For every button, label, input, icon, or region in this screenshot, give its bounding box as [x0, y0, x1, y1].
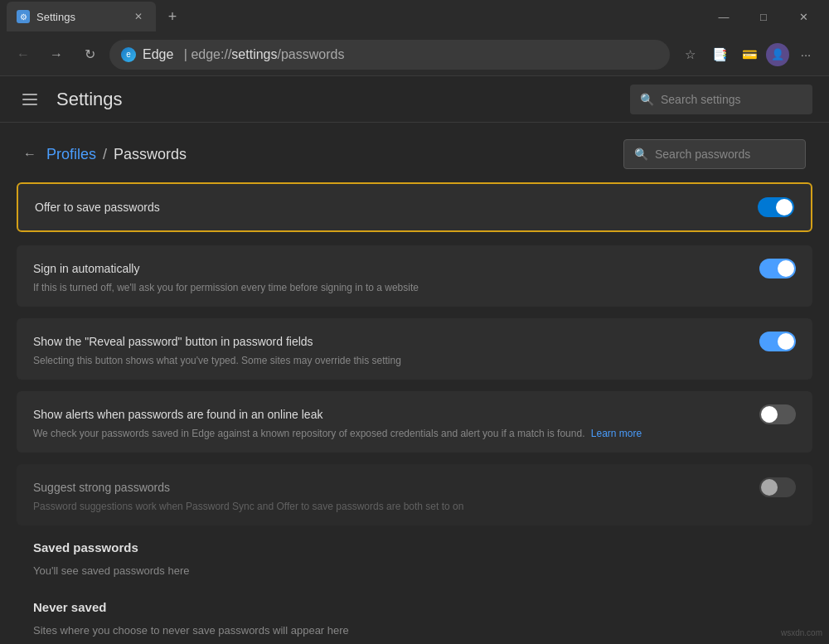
- favorites-icon[interactable]: ☆: [676, 41, 703, 68]
- never-saved-empty: Sites where you choose to never save pas…: [17, 621, 812, 644]
- setting-reveal-btn: Show the "Reveal password" button in pas…: [17, 318, 812, 380]
- breadcrumb-separator: /: [103, 146, 107, 163]
- setting-strong-passwords: Suggest strong passwords Password sugges…: [17, 464, 812, 525]
- setting-reveal-btn-desc: Selecting this button shows what you've …: [33, 355, 796, 366]
- settings-header: Settings 🔍: [0, 76, 829, 123]
- main-content: ← Profiles / Passwords 🔍 Offer to save p…: [0, 123, 829, 644]
- hamburger-menu-button[interactable]: [17, 86, 43, 113]
- setting-sign-in-auto-row: Sign in automatically: [33, 259, 796, 278]
- saved-passwords-title: Saved passwords: [17, 527, 812, 561]
- setting-online-leak-desc-text: We check your passwords saved in Edge ag…: [33, 428, 584, 439]
- minimize-button[interactable]: —: [705, 3, 743, 30]
- brand-label: Edge: [143, 47, 173, 62]
- address-bar[interactable]: e Edge | edge://settings/passwords: [109, 40, 670, 70]
- active-tab[interactable]: ⚙ Settings ✕: [7, 2, 156, 31]
- settings-container: ← Profiles / Passwords 🔍 Offer to save p…: [0, 123, 829, 644]
- never-saved-title: Never saved: [17, 587, 812, 621]
- online-leak-toggle[interactable]: [759, 404, 796, 424]
- setting-strong-passwords-label: Suggest strong passwords: [33, 481, 170, 494]
- learn-more-link[interactable]: Learn more: [591, 428, 642, 439]
- page-title: Settings: [56, 89, 630, 110]
- setting-sign-in-auto-label: Sign in automatically: [33, 262, 139, 275]
- setting-online-leak-label: Show alerts when passwords are found in …: [33, 408, 322, 421]
- forward-button[interactable]: →: [43, 41, 70, 68]
- window-controls: — □ ✕: [705, 3, 822, 30]
- page-header: ← Profiles / Passwords 🔍: [0, 123, 829, 182]
- address-url: | edge://settings/passwords: [180, 47, 344, 62]
- setting-sign-in-auto: Sign in automatically If this is turned …: [17, 245, 812, 307]
- password-search-box[interactable]: 🔍: [623, 139, 806, 169]
- breadcrumb-current: Passwords: [114, 146, 187, 163]
- setting-online-leak: Show alerts when passwords are found in …: [17, 391, 812, 453]
- tab-label: Settings: [36, 11, 124, 23]
- wallet-icon[interactable]: 💳: [736, 41, 763, 68]
- nav-actions: ☆ 📑 💳 👤 ···: [676, 41, 819, 68]
- tab-close-button[interactable]: ✕: [131, 9, 146, 24]
- setting-offer-save-label: Offer to save passwords: [35, 201, 160, 214]
- setting-reveal-btn-row: Show the "Reveal password" button in pas…: [33, 332, 796, 351]
- settings-search-input[interactable]: [661, 93, 793, 106]
- reveal-btn-toggle[interactable]: [759, 332, 796, 351]
- hamburger-line: [22, 94, 37, 95]
- back-button[interactable]: ←: [10, 41, 36, 68]
- edge-logo-icon: e: [121, 47, 136, 62]
- breadcrumb: ← Profiles / Passwords: [23, 146, 187, 163]
- saved-passwords-empty: You'll see saved passwords here: [17, 561, 812, 587]
- watermark: wsxdn.com: [781, 628, 822, 637]
- navbar: ← → ↻ e Edge | edge://settings/passwords…: [0, 33, 829, 76]
- back-arrow-button[interactable]: ←: [23, 147, 36, 162]
- maximize-button[interactable]: □: [744, 3, 783, 30]
- search-icon: 🔍: [640, 93, 654, 106]
- settings-body: Offer to save passwords Sign in automati…: [0, 182, 829, 644]
- setting-online-leak-desc: We check your passwords saved in Edge ag…: [33, 428, 796, 439]
- setting-offer-save: Offer to save passwords: [17, 182, 812, 232]
- setting-strong-passwords-row: Suggest strong passwords: [33, 477, 796, 497]
- breadcrumb-profiles-link[interactable]: Profiles: [46, 146, 96, 163]
- titlebar: ⚙ Settings ✕ + — □ ✕: [0, 0, 829, 33]
- sign-in-auto-toggle[interactable]: [759, 259, 796, 278]
- strong-passwords-toggle[interactable]: [759, 477, 796, 497]
- new-tab-button[interactable]: +: [159, 3, 186, 30]
- password-search-input[interactable]: [655, 148, 788, 161]
- more-menu-button[interactable]: ···: [793, 41, 819, 68]
- offer-save-toggle[interactable]: [758, 197, 794, 217]
- profile-avatar[interactable]: 👤: [766, 43, 789, 66]
- settings-search-box[interactable]: 🔍: [630, 85, 812, 114]
- close-button[interactable]: ✕: [784, 3, 822, 30]
- setting-strong-passwords-desc: Password suggestions work when Password …: [33, 501, 796, 512]
- setting-sign-in-auto-desc: If this is turned off, we'll ask you for…: [33, 282, 796, 293]
- setting-online-leak-row: Show alerts when passwords are found in …: [33, 404, 796, 424]
- collections-icon[interactable]: 📑: [706, 41, 733, 68]
- hamburger-line: [22, 99, 37, 100]
- setting-reveal-btn-label: Show the "Reveal password" button in pas…: [33, 335, 313, 348]
- password-search-icon: 🔍: [634, 148, 648, 161]
- tabs-area: ⚙ Settings ✕ +: [7, 2, 698, 31]
- tab-favicon: ⚙: [17, 10, 30, 23]
- refresh-button[interactable]: ↻: [76, 41, 103, 68]
- hamburger-line: [22, 104, 37, 105]
